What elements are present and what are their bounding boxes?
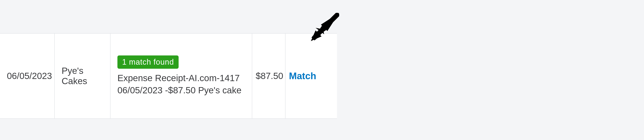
cell-amount: $87.50	[252, 34, 286, 118]
cell-action: Match	[286, 34, 337, 118]
cell-description: 1 match found Expense Receipt-AI.com-141…	[110, 34, 252, 118]
transaction-row-container: 06/05/2023 Pye's Cakes 1 match found Exp…	[0, 0, 337, 140]
match-button[interactable]: Match	[289, 71, 316, 81]
cell-payee: Pye's Cakes	[55, 34, 110, 118]
match-found-badge: 1 match found	[118, 56, 178, 69]
payee-name: Pye's Cakes	[62, 66, 103, 86]
transaction-date: 06/05/2023	[7, 71, 52, 81]
cell-date: 06/05/2023	[0, 34, 55, 118]
table-row: 06/05/2023 Pye's Cakes 1 match found Exp…	[0, 33, 337, 119]
transaction-amount: $87.50	[256, 71, 283, 81]
svg-marker-1	[321, 13, 339, 31]
match-description: Expense Receipt-AI.com-1417 06/05/2023 -…	[118, 72, 245, 96]
